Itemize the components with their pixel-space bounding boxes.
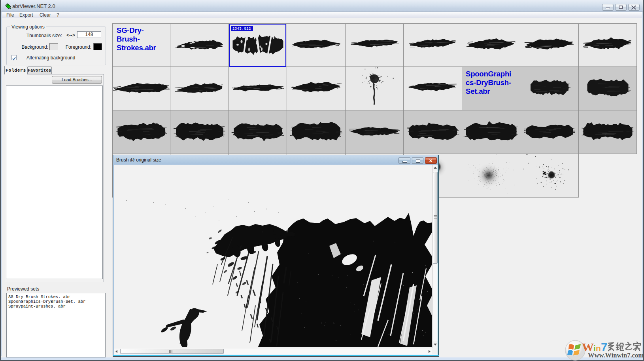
svg-text:Www.Winwin7.com: Www.Winwin7.com (588, 352, 644, 359)
